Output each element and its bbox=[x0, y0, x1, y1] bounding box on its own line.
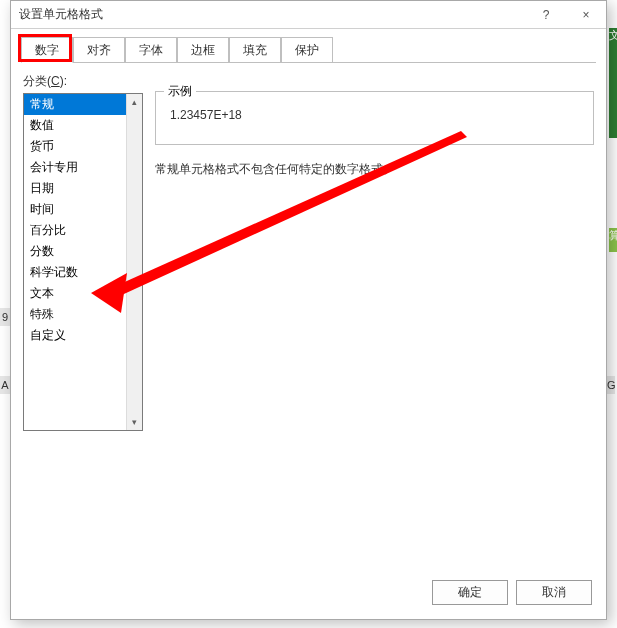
scroll-up-icon[interactable]: ▴ bbox=[127, 94, 142, 110]
ribbon-strip: 文 bbox=[609, 28, 617, 138]
dialog-title: 设置单元格格式 bbox=[19, 6, 526, 23]
tab-alignment[interactable]: 对齐 bbox=[73, 37, 125, 63]
category-item-accounting[interactable]: 会计专用 bbox=[24, 157, 142, 178]
tab-number[interactable]: 数字 bbox=[21, 37, 73, 63]
tab-content: 分类(C): 常规 数值 货币 会计专用 日期 时间 百分比 分数 科学记数 文… bbox=[23, 73, 594, 573]
right-pane: 示例 1.23457E+18 常规单元格格式不包含任何特定的数字格式。 bbox=[155, 91, 594, 178]
tab-fill[interactable]: 填充 bbox=[229, 37, 281, 63]
scroll-down-icon[interactable]: ▾ bbox=[127, 414, 142, 430]
preview-group: 示例 1.23457E+18 bbox=[155, 91, 594, 145]
dialog-buttons: 确定 取消 bbox=[432, 580, 592, 605]
tab-font[interactable]: 字体 bbox=[125, 37, 177, 63]
cancel-button[interactable]: 取消 bbox=[516, 580, 592, 605]
category-item-general[interactable]: 常规 bbox=[24, 94, 142, 115]
format-description: 常规单元格格式不包含任何特定的数字格式。 bbox=[155, 161, 594, 178]
category-item-special[interactable]: 特殊 bbox=[24, 304, 142, 325]
row-header: 9 bbox=[0, 308, 10, 326]
category-item-number[interactable]: 数值 bbox=[24, 115, 142, 136]
category-item-fraction[interactable]: 分数 bbox=[24, 241, 142, 262]
preview-value: 1.23457E+18 bbox=[166, 108, 583, 122]
format-cells-dialog: 设置单元格格式 ? × 数字 对齐 字体 边框 填充 保护 分类(C): 常规 … bbox=[10, 0, 607, 620]
category-item-scientific[interactable]: 科学记数 bbox=[24, 262, 142, 283]
category-listbox[interactable]: 常规 数值 货币 会计专用 日期 时间 百分比 分数 科学记数 文本 特殊 自定… bbox=[23, 93, 143, 431]
category-item-text[interactable]: 文本 bbox=[24, 283, 142, 304]
category-item-percentage[interactable]: 百分比 bbox=[24, 220, 142, 241]
help-button[interactable]: ? bbox=[526, 1, 566, 29]
column-header-g: G bbox=[607, 376, 615, 394]
ok-button[interactable]: 确定 bbox=[432, 580, 508, 605]
category-item-currency[interactable]: 货币 bbox=[24, 136, 142, 157]
preview-legend: 示例 bbox=[164, 83, 196, 100]
ribbon-strip-light: 算 bbox=[609, 228, 617, 252]
tab-protect[interactable]: 保护 bbox=[281, 37, 333, 63]
category-item-date[interactable]: 日期 bbox=[24, 178, 142, 199]
tab-strip: 数字 对齐 字体 边框 填充 保护 bbox=[21, 37, 596, 67]
category-item-custom[interactable]: 自定义 bbox=[24, 325, 142, 346]
tab-border[interactable]: 边框 bbox=[177, 37, 229, 63]
close-button[interactable]: × bbox=[566, 1, 606, 29]
category-item-time[interactable]: 时间 bbox=[24, 199, 142, 220]
column-header-a: A bbox=[0, 376, 10, 394]
category-label: 分类(C): bbox=[23, 73, 594, 90]
titlebar: 设置单元格格式 ? × bbox=[11, 1, 606, 29]
listbox-scrollbar[interactable]: ▴ ▾ bbox=[126, 94, 142, 430]
